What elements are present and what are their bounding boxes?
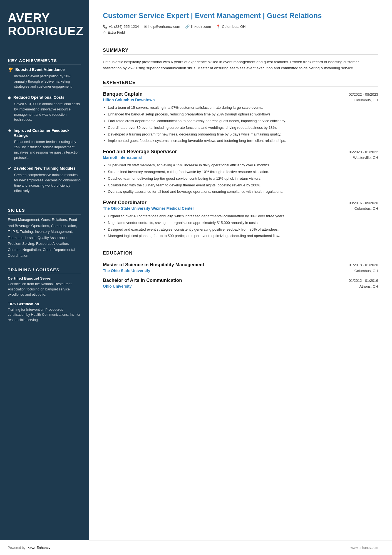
training-item: Certified Banquet Server Certification f… <box>8 276 81 297</box>
achievement-desc: Saved $10,000 in annual operational cost… <box>8 102 81 122</box>
skills-section-title: SKILLS <box>8 208 81 214</box>
resume-document: AVERY RODRIGUEZ KEY ACHIEVEMENTS 🏆 Boost… <box>0 0 392 555</box>
job-bullets: Supervised 20 staff members, achieving a… <box>103 162 378 195</box>
edu-school: Ohio University <box>103 284 132 288</box>
job-company: Marriott International <box>103 155 142 160</box>
email-icon: ✉ <box>144 24 147 29</box>
job-company-row: The Ohio State University Wexner Medical… <box>103 206 378 211</box>
training-desc: Training for Intervention Procedures cer… <box>8 307 81 323</box>
job-location: Westerville, OH <box>353 156 378 160</box>
job-header: Food and Beverage Supervisor 06/2020 - 0… <box>103 149 378 155</box>
location-contact: 📍 Columbus, OH <box>216 24 245 29</box>
brand-name: Enhancv <box>36 546 50 550</box>
job-location: Columbus, OH <box>354 206 378 211</box>
edu-degree: Bachelor of Arts in Communication <box>103 277 182 283</box>
job-block: Food and Beverage Supervisor 06/2020 - 0… <box>103 149 378 195</box>
training-section-title: TRAINING / COURSES <box>8 267 81 274</box>
job-title: Food and Beverage Supervisor <box>103 149 177 155</box>
summary-section-title: SUMMARY <box>103 48 378 55</box>
job-header: Event Coordinator 03/2016 - 05/2020 <box>103 200 378 206</box>
achievement-header: 🏆 Boosted Event Attendance <box>8 67 81 72</box>
linkedin-icon: 🔗 <box>185 24 190 29</box>
achievement-title: Improved Customer Feedback Ratings <box>14 128 81 138</box>
achievement-desc: Increased event participation by 20% ann… <box>8 74 81 89</box>
enhancv-logo-svg <box>28 546 35 550</box>
star-icon: ☆ <box>103 30 106 34</box>
edu-header: Bachelor of Arts in Communication 01/201… <box>103 277 378 283</box>
job-dates: 03/2016 - 05/2020 <box>349 201 378 205</box>
job-bullet: Collaborated with the culinary team to d… <box>108 182 378 188</box>
edu-school-row: Ohio University Athens, OH <box>103 284 378 288</box>
education-list: Master of Science in Hospitality Managem… <box>103 262 378 293</box>
job-bullet: Managed logistical planning for up to 50… <box>108 233 378 239</box>
achievements-section-title: KEY ACHIEVEMENTS <box>8 58 81 65</box>
edu-header: Master of Science in Hospitality Managem… <box>103 262 378 268</box>
contact-row: 📞 +1-(234)-555-1234 ✉ help@enhancv.com 🔗… <box>103 24 378 29</box>
achievement-header: ✔ Developed New Training Modules <box>8 166 81 171</box>
extra-field-row: ☆ Extra Field <box>103 30 378 34</box>
training-title: Certified Banquet Server <box>8 276 81 280</box>
summary-text: Enthusiastic hospitality professional wi… <box>103 59 378 71</box>
job-company: Hilton Columbus Downtown <box>103 98 155 102</box>
experience-list: Banquet Captain 02/2022 - 08/2023 Hilton… <box>103 91 378 244</box>
achievement-title: Reduced Operational Costs <box>13 95 64 100</box>
phone-icon: 📞 <box>103 24 107 29</box>
job-bullet: Developed a training program for new hir… <box>108 132 378 137</box>
achievement-title: Boosted Event Attendance <box>15 67 65 72</box>
job-block: Event Coordinator 03/2016 - 05/2020 The … <box>103 200 378 239</box>
job-title: Banquet Captain <box>103 91 143 97</box>
job-bullet: Enhanced the banquet setup process, redu… <box>108 112 378 117</box>
footer-left: Powered by Enhancv <box>8 546 50 550</box>
experience-section-title: EXPERIENCE <box>103 80 378 87</box>
job-bullet: Designed and executed event strategies, … <box>108 227 378 233</box>
achievement-icon: 🏆 <box>8 67 13 72</box>
sidebar: AVERY RODRIGUEZ KEY ACHIEVEMENTS 🏆 Boost… <box>0 0 89 555</box>
person-name: AVERY RODRIGUEZ <box>8 11 81 38</box>
achievement-icon: ✔ <box>8 166 11 171</box>
training-desc: Certification from the National Restaura… <box>8 282 81 297</box>
job-bullet: Facilitated cross-departmental communica… <box>108 118 378 124</box>
edu-degree: Master of Science in Hospitality Managem… <box>103 262 204 268</box>
achievement-item: ✔ Developed New Training Modules Created… <box>8 166 81 193</box>
achievement-header: ★ Improved Customer Feedback Ratings <box>8 128 81 138</box>
job-bullets: Led a team of 15 servers, resulting in a… <box>103 105 378 144</box>
edu-block: Master of Science in Hospitality Managem… <box>103 262 378 273</box>
achievement-icon: ◆ <box>8 95 11 100</box>
job-bullet: Negotiated vendor contracts, saving the … <box>108 220 378 226</box>
training-title: TIPS Certification <box>8 302 81 306</box>
phone-contact: 📞 +1-(234)-555-1234 <box>103 24 139 29</box>
footer-website: www.enhancv.com <box>351 546 378 550</box>
powered-by-label: Powered by <box>8 546 25 550</box>
job-block: Banquet Captain 02/2022 - 08/2023 Hilton… <box>103 91 378 144</box>
achievement-desc: Enhanced customer feedback ratings by 25… <box>8 139 81 160</box>
job-header: Banquet Captain 02/2022 - 08/2023 <box>103 91 378 97</box>
achievement-item: 🏆 Boosted Event Attendance Increased eve… <box>8 67 81 89</box>
edu-dates: 01/2018 - 01/2020 <box>349 263 378 267</box>
job-title: Event Coordinator <box>103 200 147 206</box>
job-bullet: Implemented guest feedback systems, incr… <box>108 138 378 144</box>
enhancv-logo: Enhancv <box>28 546 50 550</box>
edu-school: The Ohio State University <box>103 268 150 273</box>
job-dates: 06/2020 - 01/2022 <box>349 150 378 154</box>
edu-location: Columbus, OH <box>354 269 378 273</box>
training-item: TIPS Certification Training for Interven… <box>8 302 81 323</box>
achievement-icon: ★ <box>8 128 11 133</box>
edu-location: Athens, OH <box>359 284 378 288</box>
edu-school-row: The Ohio State University Columbus, OH <box>103 268 378 273</box>
job-bullet: Led a team of 15 servers, resulting in a… <box>108 105 378 111</box>
skills-text: Event Management, Guest Relations, Food … <box>8 217 81 258</box>
job-bullet: Coordinated over 30 events, including co… <box>108 125 378 131</box>
training-list: Certified Banquet Server Certification f… <box>8 276 81 327</box>
linkedin-contact: 🔗 linkedin.com <box>185 24 211 29</box>
main-content: Customer Service Expert | Event Manageme… <box>89 0 392 555</box>
job-location: Columbus, OH <box>354 98 378 102</box>
achievement-header: ◆ Reduced Operational Costs <box>8 95 81 100</box>
edu-dates: 01/2012 - 01/2016 <box>349 278 378 283</box>
job-company: The Ohio State University Wexner Medical… <box>103 206 194 211</box>
job-company-row: Hilton Columbus Downtown Columbus, OH <box>103 98 378 102</box>
email-contact: ✉ help@enhancv.com <box>144 24 180 29</box>
headline: Customer Service Expert | Event Manageme… <box>103 11 378 21</box>
footer: Powered by Enhancv www.enhancv.com <box>0 540 392 555</box>
achievement-title: Developed New Training Modules <box>14 166 75 171</box>
edu-block: Bachelor of Arts in Communication 01/201… <box>103 277 378 288</box>
